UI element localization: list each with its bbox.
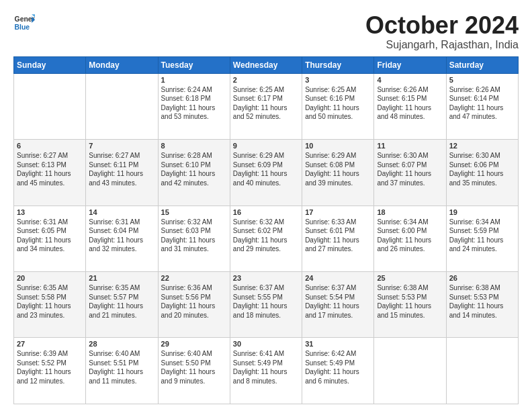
table-row: 16Sunrise: 6:32 AM Sunset: 6:02 PM Dayli… xyxy=(230,205,302,271)
table-row: 26Sunrise: 6:38 AM Sunset: 5:53 PM Dayli… xyxy=(446,272,518,338)
day-content: Sunrise: 6:30 AM Sunset: 6:07 PM Dayligh… xyxy=(377,151,443,187)
day-content: Sunrise: 6:31 AM Sunset: 6:04 PM Dayligh… xyxy=(89,218,154,254)
title-block: October 2024 Sujangarh, Rajasthan, India xyxy=(365,12,519,51)
table-row: 5Sunrise: 6:26 AM Sunset: 6:14 PM Daylig… xyxy=(446,73,518,139)
table-row: 24Sunrise: 6:37 AM Sunset: 5:54 PM Dayli… xyxy=(302,272,374,338)
table-row: 25Sunrise: 6:38 AM Sunset: 5:53 PM Dayli… xyxy=(374,272,446,338)
day-number: 22 xyxy=(161,274,227,282)
table-row: 30Sunrise: 6:41 AM Sunset: 5:49 PM Dayli… xyxy=(230,338,302,404)
table-row: 4Sunrise: 6:26 AM Sunset: 6:15 PM Daylig… xyxy=(374,73,446,139)
day-content: Sunrise: 6:35 AM Sunset: 5:57 PM Dayligh… xyxy=(89,283,154,320)
table-row: 11Sunrise: 6:30 AM Sunset: 6:07 PM Dayli… xyxy=(374,140,446,205)
day-content: Sunrise: 6:34 AM Sunset: 6:00 PM Dayligh… xyxy=(377,218,443,254)
table-row: 7Sunrise: 6:27 AM Sunset: 6:11 PM Daylig… xyxy=(86,140,158,205)
day-number: 2 xyxy=(233,76,299,84)
table-row: 2Sunrise: 6:25 AM Sunset: 6:17 PM Daylig… xyxy=(230,73,302,139)
month-title: October 2024 xyxy=(365,12,519,39)
table-row: 29Sunrise: 6:40 AM Sunset: 5:50 PM Dayli… xyxy=(158,338,230,404)
day-number: 24 xyxy=(305,274,371,282)
table-row: 9Sunrise: 6:29 AM Sunset: 6:09 PM Daylig… xyxy=(230,140,302,205)
calendar-table: Sunday Monday Tuesday Wednesday Thursday… xyxy=(13,56,519,404)
day-number: 4 xyxy=(377,76,443,84)
day-content: Sunrise: 6:30 AM Sunset: 6:06 PM Dayligh… xyxy=(449,151,515,187)
table-row xyxy=(14,73,86,139)
col-monday: Monday xyxy=(86,56,158,73)
table-row: 14Sunrise: 6:31 AM Sunset: 6:04 PM Dayli… xyxy=(86,205,158,271)
page: General Blue October 2024 Sujangarh, Raj… xyxy=(0,0,532,411)
day-number: 8 xyxy=(161,142,227,150)
day-number: 16 xyxy=(233,208,299,216)
table-row: 20Sunrise: 6:35 AM Sunset: 5:58 PM Dayli… xyxy=(14,272,86,338)
day-number: 20 xyxy=(17,274,83,282)
table-row: 28Sunrise: 6:40 AM Sunset: 5:51 PM Dayli… xyxy=(86,338,158,404)
table-row: 27Sunrise: 6:39 AM Sunset: 5:52 PM Dayli… xyxy=(14,338,86,404)
day-content: Sunrise: 6:26 AM Sunset: 6:15 PM Dayligh… xyxy=(377,85,443,122)
day-number: 17 xyxy=(305,208,371,216)
calendar-week-row: 27Sunrise: 6:39 AM Sunset: 5:52 PM Dayli… xyxy=(14,338,519,404)
calendar-week-row: 1Sunrise: 6:24 AM Sunset: 6:18 PM Daylig… xyxy=(14,73,519,139)
day-content: Sunrise: 6:24 AM Sunset: 6:18 PM Dayligh… xyxy=(161,85,227,122)
day-content: Sunrise: 6:37 AM Sunset: 5:54 PM Dayligh… xyxy=(305,283,371,320)
day-number: 19 xyxy=(449,208,515,216)
day-content: Sunrise: 6:33 AM Sunset: 6:01 PM Dayligh… xyxy=(305,218,371,254)
day-number: 18 xyxy=(377,208,443,216)
day-number: 6 xyxy=(17,142,83,150)
svg-text:Blue: Blue xyxy=(15,24,30,31)
day-number: 9 xyxy=(233,142,299,150)
day-number: 3 xyxy=(305,76,371,84)
col-wednesday: Wednesday xyxy=(230,56,302,73)
day-content: Sunrise: 6:29 AM Sunset: 6:08 PM Dayligh… xyxy=(305,151,371,187)
day-number: 5 xyxy=(449,76,515,84)
table-row: 3Sunrise: 6:25 AM Sunset: 6:16 PM Daylig… xyxy=(302,73,374,139)
table-row xyxy=(446,338,518,404)
day-number: 10 xyxy=(305,142,371,150)
day-content: Sunrise: 6:32 AM Sunset: 6:03 PM Dayligh… xyxy=(161,218,227,254)
table-row: 18Sunrise: 6:34 AM Sunset: 6:00 PM Dayli… xyxy=(374,205,446,271)
day-number: 15 xyxy=(161,208,227,216)
day-content: Sunrise: 6:38 AM Sunset: 5:53 PM Dayligh… xyxy=(449,283,515,320)
table-row: 15Sunrise: 6:32 AM Sunset: 6:03 PM Dayli… xyxy=(158,205,230,271)
day-number: 27 xyxy=(17,340,83,348)
day-content: Sunrise: 6:42 AM Sunset: 5:49 PM Dayligh… xyxy=(305,349,371,385)
table-row: 23Sunrise: 6:37 AM Sunset: 5:55 PM Dayli… xyxy=(230,272,302,338)
table-row: 21Sunrise: 6:35 AM Sunset: 5:57 PM Dayli… xyxy=(86,272,158,338)
subtitle: Sujangarh, Rajasthan, India xyxy=(365,39,519,51)
col-saturday: Saturday xyxy=(446,56,518,73)
table-row: 10Sunrise: 6:29 AM Sunset: 6:08 PM Dayli… xyxy=(302,140,374,205)
day-number: 14 xyxy=(89,208,154,216)
day-number: 21 xyxy=(89,274,154,282)
day-number: 7 xyxy=(89,142,154,150)
day-content: Sunrise: 6:38 AM Sunset: 5:53 PM Dayligh… xyxy=(377,283,443,320)
day-number: 13 xyxy=(17,208,83,216)
col-friday: Friday xyxy=(374,56,446,73)
day-number: 25 xyxy=(377,274,443,282)
table-row: 17Sunrise: 6:33 AM Sunset: 6:01 PM Dayli… xyxy=(302,205,374,271)
day-number: 31 xyxy=(305,340,371,348)
day-content: Sunrise: 6:27 AM Sunset: 6:11 PM Dayligh… xyxy=(89,151,154,187)
table-row: 6Sunrise: 6:27 AM Sunset: 6:13 PM Daylig… xyxy=(14,140,86,205)
header: General Blue October 2024 Sujangarh, Raj… xyxy=(13,12,519,51)
day-content: Sunrise: 6:34 AM Sunset: 5:59 PM Dayligh… xyxy=(449,218,515,254)
col-sunday: Sunday xyxy=(14,56,86,73)
calendar-week-row: 6Sunrise: 6:27 AM Sunset: 6:13 PM Daylig… xyxy=(14,140,519,205)
table-row xyxy=(86,73,158,139)
day-content: Sunrise: 6:28 AM Sunset: 6:10 PM Dayligh… xyxy=(161,151,227,187)
table-row xyxy=(374,338,446,404)
day-number: 1 xyxy=(161,76,227,84)
day-content: Sunrise: 6:25 AM Sunset: 6:17 PM Dayligh… xyxy=(233,85,299,122)
day-content: Sunrise: 6:41 AM Sunset: 5:49 PM Dayligh… xyxy=(233,349,299,385)
day-number: 11 xyxy=(377,142,443,150)
day-content: Sunrise: 6:31 AM Sunset: 6:05 PM Dayligh… xyxy=(17,218,83,254)
day-number: 28 xyxy=(89,340,154,348)
day-content: Sunrise: 6:25 AM Sunset: 6:16 PM Dayligh… xyxy=(305,85,371,122)
calendar-week-row: 20Sunrise: 6:35 AM Sunset: 5:58 PM Dayli… xyxy=(14,272,519,338)
table-row: 19Sunrise: 6:34 AM Sunset: 5:59 PM Dayli… xyxy=(446,205,518,271)
day-content: Sunrise: 6:40 AM Sunset: 5:50 PM Dayligh… xyxy=(161,349,227,385)
calendar-header-row: Sunday Monday Tuesday Wednesday Thursday… xyxy=(14,56,519,73)
day-content: Sunrise: 6:27 AM Sunset: 6:13 PM Dayligh… xyxy=(17,151,83,187)
logo: General Blue xyxy=(13,12,35,34)
logo-icon: General Blue xyxy=(13,12,35,34)
day-number: 23 xyxy=(233,274,299,282)
day-content: Sunrise: 6:32 AM Sunset: 6:02 PM Dayligh… xyxy=(233,218,299,254)
col-tuesday: Tuesday xyxy=(158,56,230,73)
